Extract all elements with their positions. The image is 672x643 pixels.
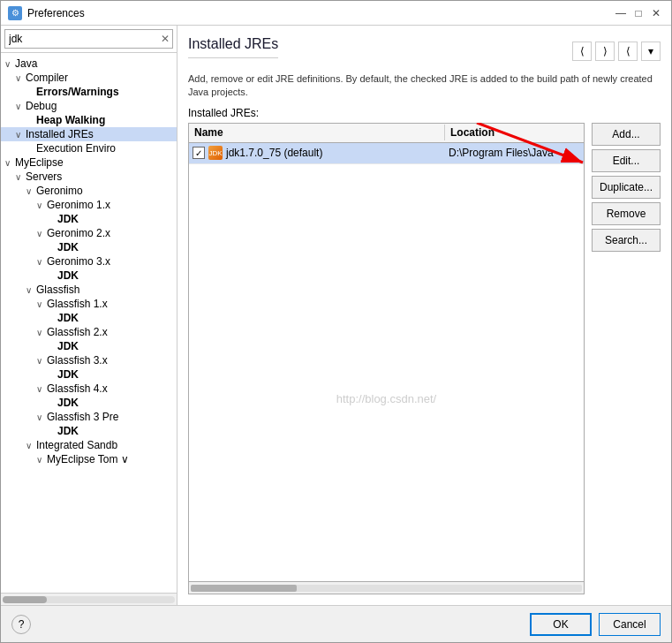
tree-item-label: JDK bbox=[57, 368, 173, 381]
tree-arrow-icon: ∨ bbox=[36, 200, 47, 210]
search-input[interactable] bbox=[4, 29, 173, 49]
tree-item[interactable]: ∨Glassfish bbox=[1, 283, 177, 297]
panel-description: Add, remove or edit JRE definitions. By … bbox=[188, 72, 661, 100]
tree-item[interactable]: ∨Java bbox=[1, 57, 177, 71]
tree-item[interactable]: ∨Glassfish 2.x bbox=[1, 325, 177, 339]
tree-item[interactable]: ∨Geronimo bbox=[1, 184, 177, 198]
tree-item-label: Glassfish 3.x bbox=[47, 354, 173, 367]
tree-item[interactable]: JDK bbox=[1, 212, 177, 226]
tree-panel[interactable]: ∨Java∨CompilerErrors/Warnings∨DebugHeap … bbox=[1, 53, 177, 593]
tree-item[interactable]: Errors/Warnings bbox=[1, 85, 177, 99]
tree-item[interactable]: JDK bbox=[1, 240, 177, 254]
search-clear-icon[interactable]: ✕ bbox=[161, 33, 170, 45]
tree-item[interactable]: ∨Debug bbox=[1, 99, 177, 113]
tree-item[interactable]: ∨Glassfish 4.x bbox=[1, 382, 177, 396]
panel-title: Installed JREs bbox=[188, 36, 278, 58]
jre-type-icon: JDK bbox=[208, 146, 223, 160]
tree-arrow-icon: ∨ bbox=[15, 130, 26, 140]
jre-name-label: jdk1.7.0_75 (default) bbox=[226, 147, 322, 159]
jre-table-row[interactable]: JDK jdk1.7.0_75 (default) D:\Program Fil… bbox=[189, 143, 584, 164]
tree-item-label: Compiler bbox=[26, 72, 173, 84]
horizontal-scrollbar[interactable] bbox=[3, 596, 175, 603]
toolbar-nav-btn-1[interactable]: ⟨ bbox=[572, 42, 592, 61]
tree-item[interactable]: ∨MyEclipse bbox=[1, 155, 177, 170]
location-column-header: Location bbox=[445, 125, 584, 140]
edit-button[interactable]: Edit... bbox=[592, 149, 661, 172]
tree-item-label: Geronimo bbox=[36, 185, 173, 197]
tree-arrow-icon: ∨ bbox=[36, 257, 47, 267]
toolbar-dropdown-btn[interactable]: ▾ bbox=[641, 42, 661, 61]
add-button[interactable]: Add... bbox=[592, 123, 661, 146]
title-bar-left: ⚙ Preferences bbox=[8, 6, 85, 20]
tree-arrow-icon: ∨ bbox=[4, 158, 15, 168]
tree-item[interactable]: ∨Geronimo 2.x bbox=[1, 226, 177, 240]
tree-item-label: JDK bbox=[57, 340, 173, 352]
tree-item-label: Errors/Warnings bbox=[36, 86, 173, 98]
tree-arrow-icon: ∨ bbox=[36, 356, 47, 366]
tree-item[interactable]: Heap Walking bbox=[1, 113, 177, 127]
toolbar-nav-btn-2[interactable]: ⟩ bbox=[595, 42, 615, 61]
horizontal-scrollbar-area bbox=[1, 593, 177, 605]
tree-item-label: Servers bbox=[26, 170, 173, 183]
tree-item-label: JDK bbox=[57, 425, 173, 437]
minimize-button[interactable]: — bbox=[613, 5, 629, 21]
tree-item-label: JDK bbox=[57, 397, 173, 409]
bottom-bar-left: ? bbox=[11, 615, 31, 634]
tree-item-label: Integrated Sandb bbox=[36, 439, 173, 451]
table-scrollbar-track[interactable] bbox=[191, 585, 582, 592]
panel-toolbar: ⟨ ⟩ ⟨ ▾ bbox=[572, 42, 661, 61]
search-button[interactable]: Search... bbox=[592, 229, 661, 252]
tree-item-label: JDK bbox=[57, 269, 173, 282]
tree-item[interactable]: ∨Glassfish 1.x bbox=[1, 297, 177, 311]
dialog-title: Preferences bbox=[27, 7, 85, 19]
tree-item[interactable]: ∨Compiler bbox=[1, 71, 177, 85]
tree-item[interactable]: ∨Integrated Sandb bbox=[1, 438, 177, 452]
tree-item[interactable]: ∨Servers bbox=[1, 170, 177, 184]
tree-item-label: JDK bbox=[57, 241, 173, 253]
side-buttons: Add... Edit... Duplicate... Remove Searc… bbox=[592, 123, 661, 252]
tree-item-label: JDK bbox=[57, 213, 173, 225]
tree-item[interactable]: ∨Installed JREs bbox=[1, 127, 177, 141]
tree-item-label: Heap Walking bbox=[36, 114, 173, 126]
tree-item[interactable]: JDK bbox=[1, 396, 177, 410]
ok-button[interactable]: OK bbox=[530, 613, 592, 636]
help-button[interactable]: ? bbox=[11, 615, 31, 634]
tree-item[interactable]: JDK bbox=[1, 424, 177, 438]
tree-item[interactable]: ∨Geronimo 3.x bbox=[1, 254, 177, 269]
tree-arrow-icon: ∨ bbox=[36, 328, 47, 337]
close-button[interactable]: ✕ bbox=[648, 5, 664, 21]
tree-item[interactable]: ∨Geronimo 1.x bbox=[1, 198, 177, 212]
bottom-bar: ? OK Cancel bbox=[1, 605, 671, 642]
jre-checkbox[interactable] bbox=[193, 147, 205, 159]
tree-item[interactable]: JDK bbox=[1, 311, 177, 325]
tree-item-label: Execution Enviro bbox=[36, 142, 173, 155]
tree-item[interactable]: ∨Glassfish 3 Pre bbox=[1, 410, 177, 424]
remove-button[interactable]: Remove bbox=[592, 202, 661, 225]
tree-item-label: Glassfish 3 Pre bbox=[47, 411, 173, 423]
toolbar-nav-btn-3[interactable]: ⟨ bbox=[618, 42, 638, 61]
tree-item[interactable]: JDK bbox=[1, 367, 177, 382]
maximize-button[interactable]: □ bbox=[630, 5, 646, 21]
search-container: ✕ bbox=[1, 26, 177, 53]
tree-item-label: MyEclipse Tom ∨ bbox=[47, 453, 173, 465]
tree-item[interactable]: Execution Enviro bbox=[1, 141, 177, 155]
tree-arrow-icon: ∨ bbox=[15, 73, 26, 83]
tree-item[interactable]: JDK bbox=[1, 269, 177, 283]
right-panel: Installed JREs ⟨ ⟩ ⟨ ▾ Add, remove or ed… bbox=[177, 26, 671, 605]
table-scrollbar-thumb bbox=[191, 585, 297, 592]
tree-item[interactable]: JDK bbox=[1, 339, 177, 353]
tree-item[interactable]: ∨MyEclipse Tom ∨ bbox=[1, 452, 177, 466]
cancel-button[interactable]: Cancel bbox=[599, 613, 661, 636]
tree-item-label: Glassfish 4.x bbox=[47, 382, 173, 395]
tree-arrow-icon: ∨ bbox=[26, 441, 36, 450]
tree-arrow-icon: ∨ bbox=[36, 412, 47, 422]
duplicate-button[interactable]: Duplicate... bbox=[592, 176, 661, 199]
dialog-icon: ⚙ bbox=[8, 6, 22, 20]
side-buttons-container: Add... Edit... Duplicate... Remove Searc… bbox=[592, 123, 661, 594]
tree-item[interactable]: ∨Glassfish 3.x bbox=[1, 353, 177, 367]
preferences-dialog: ⚙ Preferences — □ ✕ ✕ ∨Java∨CompilerErro… bbox=[0, 0, 672, 643]
tree-arrow-icon: ∨ bbox=[15, 172, 26, 182]
jre-table-area: Name Location JDK jdk1.7.0_75 (default) … bbox=[188, 123, 661, 594]
tree-arrow-icon: ∨ bbox=[26, 285, 36, 295]
tree-item-label: JDK bbox=[57, 312, 173, 324]
